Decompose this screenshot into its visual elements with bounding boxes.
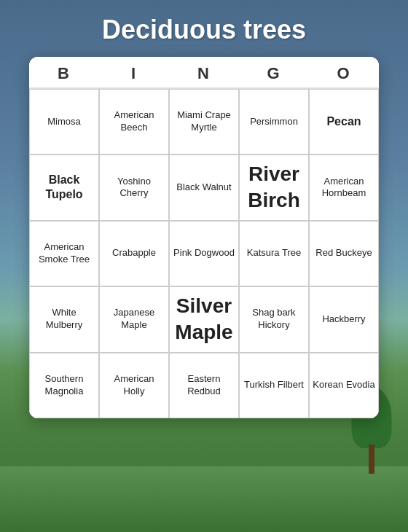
bingo-header-letter: O <box>309 64 379 83</box>
bingo-cell: Turkish Filbert <box>239 353 309 418</box>
bingo-cell: Shag bark Hickory <box>239 286 309 353</box>
bingo-cell: Eastern Redbud <box>169 353 239 418</box>
bingo-cell: Pecan <box>309 89 379 154</box>
bingo-cell: Miami Crape Myrtle <box>169 89 239 154</box>
bingo-header-letter: B <box>29 64 99 83</box>
bingo-cell: Korean Evodia <box>309 353 379 418</box>
page-title: Deciduous trees <box>102 15 306 45</box>
bingo-cell: Persimmon <box>239 89 309 154</box>
background: Deciduous trees BINGO MimosaAmerican Bee… <box>0 0 408 532</box>
bingo-header-letter: G <box>239 64 309 83</box>
bingo-header-letter: I <box>99 64 169 83</box>
bingo-cell: Silver Maple <box>169 286 239 353</box>
bingo-cell: Mimosa <box>29 89 99 154</box>
bingo-cell: Red Buckeye <box>309 221 379 286</box>
bingo-cell: Hackberry <box>309 286 379 353</box>
bingo-cell: Southern Magnolia <box>29 353 99 418</box>
bingo-cell: River Birch <box>239 154 309 221</box>
bingo-cell: American Beech <box>99 89 169 154</box>
bingo-header-letter: N <box>169 64 239 83</box>
tree-trunk <box>369 445 374 474</box>
bingo-cell: Black Walnut <box>169 154 239 221</box>
ground-decoration <box>0 466 408 532</box>
bingo-cell: Black Tupelo <box>29 154 99 221</box>
bingo-cell: White Mulberry <box>29 286 99 353</box>
bingo-header: BINGO <box>29 57 379 87</box>
bingo-cell: Yoshino Cherry <box>99 154 169 221</box>
bingo-cell: Japanese Maple <box>99 286 169 353</box>
bingo-grid: MimosaAmerican BeechMiami Crape MyrtlePe… <box>29 87 379 418</box>
bingo-cell: Pink Dogwood <box>169 221 239 286</box>
bingo-cell: Katsura Tree <box>239 221 309 286</box>
bingo-cell: American Smoke Tree <box>29 221 99 286</box>
bingo-cell: Crabapple <box>99 221 169 286</box>
bingo-cell: American Hornbeam <box>309 154 379 221</box>
bingo-card: BINGO MimosaAmerican BeechMiami Crape My… <box>29 57 379 418</box>
bingo-cell: American Holly <box>99 353 169 418</box>
